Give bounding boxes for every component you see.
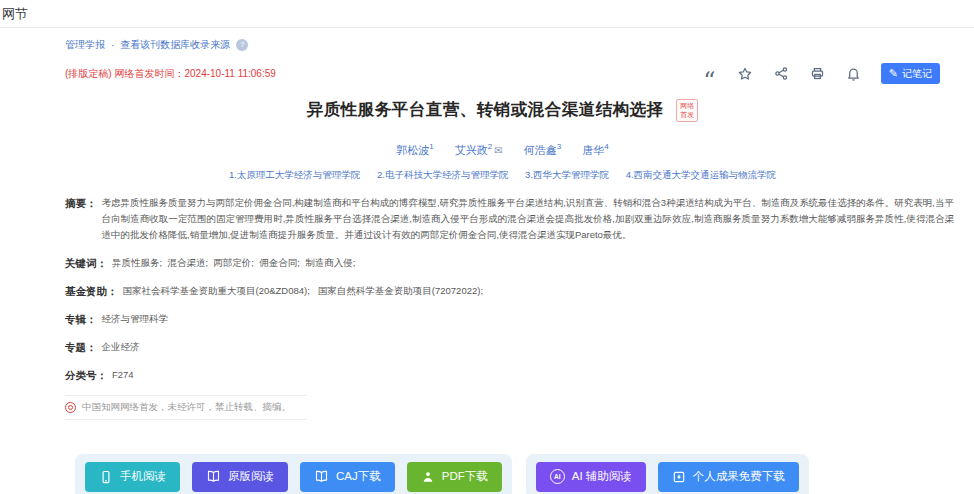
fund-row: 基金资助： 国家社会科学基金资助重大项目(20&ZD084); 国家自然科学基金… xyxy=(65,283,954,299)
mobile-read-button[interactable]: 手机阅读 xyxy=(85,462,180,492)
affiliation-link[interactable]: 4.西南交通大学交通运输与物流学院 xyxy=(626,169,776,180)
clc-text: F274 xyxy=(112,367,954,383)
ai-assisted-reading-button[interactable]: AI AI 辅助阅读 xyxy=(536,462,646,492)
abstract-text: 考虑异质性服务质量努力与两部定价佣金合同,构建制造商和平台构成的博弈模型,研究异… xyxy=(102,195,955,243)
pencil-icon: ✎ xyxy=(889,68,898,79)
person-icon xyxy=(421,470,435,484)
affiliation-link[interactable]: 3.西华大学管理学院 xyxy=(525,169,609,180)
take-notes-button[interactable]: ✎ 记笔记 xyxy=(881,63,940,84)
ai-personal-group: AI AI 辅助阅读 个人成果免费下载 xyxy=(526,454,809,494)
article-meta: 摘要： 考虑异质性服务质量努力与两部定价佣金合同,构建制造商和平台构成的博弈模型… xyxy=(0,182,974,383)
publish-time: 2024-10-11 11:06:59 xyxy=(184,68,275,79)
author-link[interactable]: 何浩鑫3 xyxy=(524,144,561,156)
copyright-text: 中国知网网络首发，未经许可，禁止转载、摘编。 xyxy=(82,401,291,414)
abstract-row: 摘要： 考虑异质性服务质量努力与两部定价佣金合同,构建制造商和平台构成的博弈模型… xyxy=(65,195,954,243)
abstract-label: 摘要： xyxy=(65,195,97,243)
open-book-icon xyxy=(206,469,221,484)
status-row: (排版定稿) 网络首发时间：2024-10-11 11:06:59 “ ✎ 记笔… xyxy=(65,63,940,84)
journal-link[interactable]: 管理学报 xyxy=(65,38,105,52)
keywords-text[interactable]: 异质性服务; 混合渠道; 两部定价; 佣金合同; 制造商入侵; xyxy=(112,255,954,271)
bell-icon[interactable] xyxy=(845,65,862,82)
take-notes-label: 记笔记 xyxy=(902,67,932,81)
publish-status: (排版定稿) 网络首发时间：2024-10-11 11:06:59 xyxy=(65,67,276,81)
clc-row: 分类号： F274 xyxy=(65,367,954,383)
box-download-icon xyxy=(672,470,686,484)
keywords-row: 关键词： 异质性服务; 混合渠道; 两部定价; 佣金合同; 制造商入侵; xyxy=(65,255,954,271)
share-icon[interactable] xyxy=(773,65,790,82)
topic-row: 专题： 企业经济 xyxy=(65,339,954,355)
album-text: 经济与管理科学 xyxy=(102,311,955,327)
copyright-seal-icon xyxy=(65,402,76,413)
original-read-button[interactable]: 原版阅读 xyxy=(192,462,288,492)
personal-free-download-button[interactable]: 个人成果免费下载 xyxy=(658,462,799,492)
fund-text[interactable]: 国家社会科学基金资助重大项目(20&ZD084); 国家自然科学基金资助项目(7… xyxy=(123,283,955,299)
star-icon[interactable] xyxy=(737,65,754,82)
author-link[interactable]: 唐华4 xyxy=(582,144,608,156)
toolbar-icon-cluster: “ ✎ 记笔记 xyxy=(701,63,940,84)
article-header: 管理学报 · 查看该刊数据库收录来源 (排版定稿) 网络首发时间：2024-10… xyxy=(0,28,974,182)
top-tab-bar: 网节 xyxy=(0,0,974,28)
copyright-notice: 中国知网网络首发，未经许可，禁止转载、摘编。 xyxy=(65,395,307,420)
action-buttons-area: 手机阅读 原版阅读 CAJ下载 PDF下载 AI AI 辅助阅读 个人成果免费下… xyxy=(75,454,974,494)
publish-label: 网络首发时间： xyxy=(114,68,184,79)
book-download-icon xyxy=(314,469,329,484)
badge-line2: 首发 xyxy=(680,111,694,120)
first-publish-badge: 网络 首发 xyxy=(676,99,698,122)
print-icon[interactable] xyxy=(809,65,826,82)
page-title: 异质性服务平台直营、转销或混合渠道结构选择 xyxy=(307,100,664,118)
topic-label: 专题： xyxy=(65,339,97,355)
fund-label: 基金资助： xyxy=(65,283,118,299)
status-note: (排版定稿) xyxy=(65,68,112,79)
affiliations-row: 1.太原理工大学经济与管理学院 2.电子科技大学经济与管理学院 3.西华大学管理… xyxy=(65,169,940,182)
help-icon[interactable] xyxy=(236,39,248,51)
read-download-group: 手机阅读 原版阅读 CAJ下载 PDF下载 xyxy=(75,454,512,494)
caj-download-button[interactable]: CAJ下载 xyxy=(300,462,395,492)
journal-row: 管理学报 · 查看该刊数据库收录来源 xyxy=(65,38,940,52)
clc-label: 分类号： xyxy=(65,367,107,383)
page-tab-label[interactable]: 网节 xyxy=(0,5,28,23)
pdf-download-button[interactable]: PDF下载 xyxy=(407,462,502,492)
author-link[interactable]: 艾兴政2✉ xyxy=(455,144,503,156)
keywords-label: 关键词： xyxy=(65,255,107,271)
topic-text: 企业经济 xyxy=(102,339,955,355)
title-row: 异质性服务平台直营、转销或混合渠道结构选择 网络 首发 xyxy=(65,99,940,122)
affiliation-link[interactable]: 1.太原理工大学经济与管理学院 xyxy=(229,169,360,180)
journal-separator: · xyxy=(111,40,114,51)
author-link[interactable]: 郭松波1 xyxy=(396,144,433,156)
phone-icon xyxy=(99,470,113,484)
quote-icon[interactable]: “ xyxy=(701,65,718,82)
email-icon: ✉ xyxy=(494,145,502,156)
badge-line1: 网络 xyxy=(680,102,694,111)
view-source-link[interactable]: 查看该刊数据库收录来源 xyxy=(120,38,230,52)
album-label: 专辑： xyxy=(65,311,97,327)
affiliation-link[interactable]: 2.电子科技大学经济与管理学院 xyxy=(377,169,508,180)
ai-icon: AI xyxy=(550,469,565,484)
album-row: 专辑： 经济与管理科学 xyxy=(65,311,954,327)
authors-row: 郭松波1 艾兴政2✉ 何浩鑫3 唐华4 xyxy=(65,142,940,158)
